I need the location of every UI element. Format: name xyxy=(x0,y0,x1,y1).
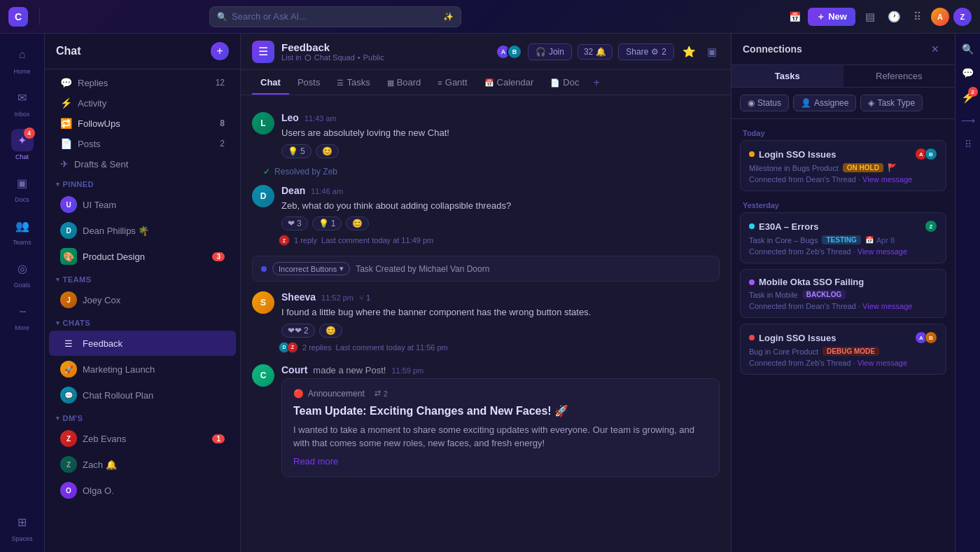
joey-avatar: J xyxy=(60,291,77,308)
conn-tab-references[interactable]: References xyxy=(844,65,955,87)
nav-chat[interactable]: ✦ 4 Chat xyxy=(7,125,38,165)
e30a-avatar-1: Z xyxy=(925,220,937,233)
leo-reactions: 💡 5 😊 xyxy=(281,144,720,158)
conn-tab-tasks[interactable]: Tasks xyxy=(732,65,844,87)
sidebar-item-joey[interactable]: J Joey Cox xyxy=(49,287,236,312)
sidebar-item-dean[interactable]: D Dean Phillips 🌴 xyxy=(49,218,236,243)
bug-meta-text: Bug in Core Product xyxy=(749,347,818,356)
tab-add-button[interactable]: + xyxy=(587,71,605,95)
tab-chat[interactable]: Chat xyxy=(252,71,289,95)
sidebar-item-drafts[interactable]: ✈ Drafts & Sent xyxy=(49,154,236,174)
grid-icon[interactable]: ⠿ xyxy=(911,8,924,26)
visibility-label: Public xyxy=(363,53,384,62)
reply-time-text: Last comment today at 11:49 pm xyxy=(321,236,433,244)
list-in-label: List in xyxy=(281,53,302,62)
nav-inbox[interactable]: ✉ Inbox xyxy=(7,82,38,122)
filter-assignee[interactable]: 👤 Assignee xyxy=(793,95,856,111)
sidebar-item-zeb[interactable]: Z Zeb Evans 1 xyxy=(49,426,236,451)
sidebar-item-replies[interactable]: 💬 Replies 12 xyxy=(49,73,236,92)
view-message-link-1[interactable]: View message xyxy=(862,175,912,184)
chat-subtitle: List in ⬡ Chat Squad • Public xyxy=(281,53,493,62)
table-icon[interactable]: ▤ xyxy=(862,8,878,26)
sidebar-item-zach[interactable]: Z Zach 🔔 xyxy=(49,452,236,477)
right-badge: 2 xyxy=(968,87,978,97)
filter-task-type[interactable]: ◈ Task Type xyxy=(860,95,923,111)
star-icon[interactable]: ⭐ xyxy=(680,43,699,61)
drafts-label: Drafts & Sent xyxy=(74,159,225,170)
sidebar-item-chat-rollout[interactable]: 💬 Chat Rollout Plan xyxy=(49,382,236,408)
chat-badge: 4 xyxy=(24,127,35,139)
login-sso-avatars: A B xyxy=(918,148,937,160)
nav-home[interactable]: ⌂ Home xyxy=(7,39,38,79)
reaction-bulb[interactable]: 💡 5 xyxy=(281,144,312,158)
reaction-heart[interactable]: ❤ 3 xyxy=(281,216,308,230)
dean-avatar: D xyxy=(60,222,77,239)
sheeva-reply-thread[interactable]: D Z 2 replies Last comment today at 11:5… xyxy=(281,342,720,353)
read-more-link[interactable]: Read more xyxy=(293,456,708,467)
share-button[interactable]: Share ⚙ 2 xyxy=(618,43,674,60)
announce-icon: 🔴 xyxy=(293,389,304,399)
ui-team-avatar: U xyxy=(60,196,77,213)
chats-chevron: ▾ xyxy=(56,319,60,326)
layout-icon[interactable]: ▣ xyxy=(704,43,720,61)
product-design-icon: 🎨 xyxy=(60,248,77,265)
task-tag[interactable]: Incorrect Buttons ▾ xyxy=(272,262,350,275)
filter-status[interactable]: ◉ Status xyxy=(740,95,789,111)
sheeva-text: I found a little bug where the banner co… xyxy=(281,305,720,319)
right-dots-icon[interactable]: ⠿ xyxy=(958,134,978,154)
task-card[interactable]: Incorrect Buttons ▾ Task Created by Mich… xyxy=(252,256,720,282)
view-message-link-2[interactable]: View message xyxy=(858,247,907,256)
tab-tasks[interactable]: ☰Tasks xyxy=(328,71,378,95)
resolved-text: Resolved by Zeb xyxy=(274,167,337,177)
tab-posts[interactable]: Posts xyxy=(289,71,329,95)
right-connect-icon[interactable]: ⚡ 2 xyxy=(958,87,978,106)
new-button[interactable]: ＋ New xyxy=(808,8,855,26)
repost-icon: ⇄ xyxy=(374,389,381,398)
right-timeline-icon[interactable]: ⟶ xyxy=(958,111,978,130)
nav-more[interactable]: ··· More xyxy=(7,296,38,336)
teams-section[interactable]: ▾ Teams xyxy=(45,270,240,287)
search-bar[interactable]: 🔍 Search or Ask AI... ✨ xyxy=(209,6,461,27)
tab-doc[interactable]: 📄Doc xyxy=(542,71,587,95)
app-logo[interactable]: C xyxy=(8,7,28,27)
right-search-icon[interactable]: 🔍 xyxy=(958,39,978,59)
message-court: C Court made a new Post! 11:59 pm 🔴 Anno… xyxy=(252,359,720,483)
reaction-heart2[interactable]: ❤❤ 2 xyxy=(281,324,315,338)
tab-calendar[interactable]: 📅Calendar xyxy=(476,71,542,95)
sidebar-item-posts[interactable]: 📄 Posts 2 xyxy=(49,134,236,153)
tab-gantt[interactable]: ≡Gantt xyxy=(429,71,475,95)
user-avatar-2[interactable]: Z xyxy=(953,8,972,26)
sidebar-item-product-design[interactable]: 🎨 Product Design 3 xyxy=(49,244,236,269)
nav-spaces[interactable]: ⊞ Spaces xyxy=(7,506,38,546)
dms-section[interactable]: ▾ DM's xyxy=(45,408,240,425)
followups-label: FollowUps xyxy=(78,118,214,129)
clock-icon[interactable]: 🕐 xyxy=(885,8,904,26)
dean-reply-thread[interactable]: Z 1 reply Last comment today at 11:49 pm xyxy=(281,235,720,246)
sidebar-item-activity[interactable]: ⚡ Activity xyxy=(49,93,236,113)
nav-goals[interactable]: ◎ Goals xyxy=(7,253,38,293)
sidebar-add-button[interactable]: + xyxy=(211,42,229,60)
nav-docs[interactable]: ▣ Docs xyxy=(7,167,38,207)
connections-close-button[interactable]: ✕ xyxy=(927,42,944,56)
reaction-smile3[interactable]: 😊 xyxy=(319,324,342,338)
reaction-smile[interactable]: 😊 xyxy=(316,144,339,158)
sheeva-reply-avatars: D Z xyxy=(281,342,298,353)
pinned-section[interactable]: ▾ Pinned xyxy=(45,174,240,191)
right-chat-icon[interactable]: 💬 xyxy=(958,63,978,83)
reaction-bulb2[interactable]: 💡 1 xyxy=(312,216,342,230)
sidebar-item-olga[interactable]: O Olga O. xyxy=(49,478,236,503)
topbar-right: 📅 ＋ New ▤ 🕐 ⠿ A Z xyxy=(789,8,972,26)
sidebar-item-feedback[interactable]: ☰ Feedback xyxy=(49,331,236,356)
reaction-smile2[interactable]: 😊 xyxy=(346,216,369,230)
view-message-link-3[interactable]: View message xyxy=(862,302,912,310)
nav-teams[interactable]: 👥 Teams xyxy=(7,210,38,250)
tab-board[interactable]: ▦Board xyxy=(379,71,430,95)
chats-section[interactable]: ▾ Chats xyxy=(45,313,240,330)
join-button[interactable]: 🎧 Join xyxy=(528,43,572,60)
user-avatar[interactable]: A xyxy=(931,8,949,26)
on-hold-badge: ON HOLD xyxy=(843,163,883,172)
sidebar-item-marketing[interactable]: 🚀 Marketing Launch xyxy=(49,357,236,382)
sidebar-item-ui-team[interactable]: U UI Team xyxy=(49,192,236,217)
view-message-link-4[interactable]: View message xyxy=(858,359,907,367)
sidebar-item-followups[interactable]: 🔁 FollowUps 8 xyxy=(49,113,236,133)
